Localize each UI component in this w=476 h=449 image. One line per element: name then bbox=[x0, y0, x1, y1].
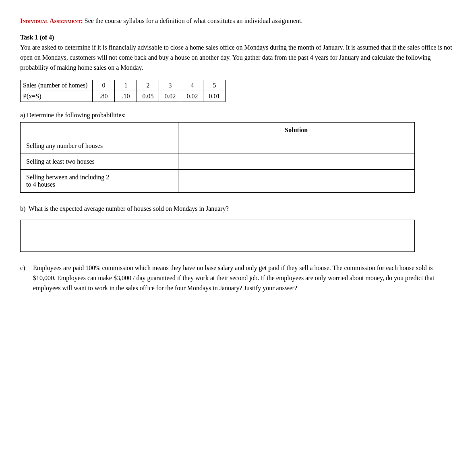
col-header-4: 4 bbox=[181, 80, 203, 91]
col-header-label: Sales (number of homes) bbox=[21, 80, 93, 91]
row-2-solution[interactable] bbox=[178, 154, 414, 170]
prob-val-0: .80 bbox=[93, 91, 115, 102]
prob-row-label: P(x=S) bbox=[21, 91, 93, 102]
table-data-row: P(x=S) .80 .10 0.05 0.02 0.02 0.01 bbox=[21, 91, 226, 102]
prob-val-5: 0.01 bbox=[203, 91, 226, 102]
col-header-2: 2 bbox=[137, 80, 159, 91]
table-row: Selling between and including 2to 4 hous… bbox=[21, 170, 415, 193]
header-text: See the course syllabus for a definition… bbox=[83, 17, 303, 24]
part-c-content: c) Employees are paid 100% commission wh… bbox=[20, 263, 456, 293]
part-c-section: c) Employees are paid 100% commission wh… bbox=[20, 263, 456, 293]
row-1-solution[interactable] bbox=[178, 138, 414, 154]
part-b-text: What is the expected average number of h… bbox=[29, 205, 229, 212]
table-row: Selling at least two houses bbox=[21, 154, 415, 170]
prob-val-4: 0.02 bbox=[181, 91, 203, 102]
task-body: You are asked to determine if it is fina… bbox=[20, 43, 456, 73]
part-c-label: c) bbox=[20, 263, 33, 293]
individual-label: Individual Assignment: bbox=[20, 17, 83, 24]
col-header-3: 3 bbox=[159, 80, 181, 91]
prob-val-2: 0.05 bbox=[137, 91, 159, 102]
solution-table: Solution Selling any number of houses Se… bbox=[20, 122, 415, 193]
prob-val-3: 0.02 bbox=[159, 91, 181, 102]
table-header-row: Sales (number of homes) 0 1 2 3 4 5 bbox=[21, 80, 226, 91]
task-title: Task 1 (of 4) bbox=[20, 34, 456, 41]
part-c-text: Employees are paid 100% commission which… bbox=[33, 263, 456, 293]
part-b-section: b) What is the expected average number o… bbox=[20, 204, 456, 214]
empty-header-cell bbox=[21, 123, 178, 138]
row-2-description: Selling at least two houses bbox=[21, 154, 178, 170]
prob-val-1: .10 bbox=[115, 91, 137, 102]
row-3-solution[interactable] bbox=[178, 170, 414, 193]
col-header-5: 5 bbox=[203, 80, 226, 91]
col-header-1: 1 bbox=[115, 80, 137, 91]
table-row: Selling any number of houses bbox=[21, 138, 415, 154]
solution-col-header: Solution bbox=[178, 123, 414, 138]
header-section: Individual Assignment: See the course sy… bbox=[20, 16, 456, 26]
probability-table: Sales (number of homes) 0 1 2 3 4 5 P(x=… bbox=[20, 80, 226, 102]
row-1-description: Selling any number of houses bbox=[21, 138, 178, 154]
solution-table-header-row: Solution bbox=[21, 123, 415, 138]
col-header-0: 0 bbox=[93, 80, 115, 91]
row-3-description: Selling between and including 2to 4 hous… bbox=[21, 170, 178, 193]
part-a-label: a) Determine the following probabilities… bbox=[20, 112, 456, 119]
answer-box-b[interactable] bbox=[20, 220, 415, 252]
part-b-label: b) bbox=[20, 205, 25, 212]
